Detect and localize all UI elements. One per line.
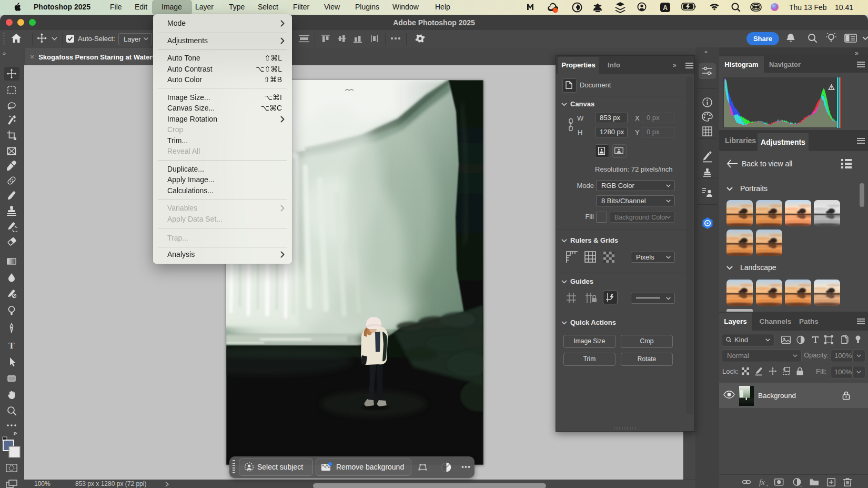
svg-text:A: A xyxy=(663,4,668,12)
svg-text:Thu 13 Feb: Thu 13 Feb xyxy=(789,3,827,12)
svg-text:T: T xyxy=(8,341,15,351)
svg-text:fx: fx xyxy=(759,478,765,486)
svg-text:10.41: 10.41 xyxy=(835,3,853,12)
